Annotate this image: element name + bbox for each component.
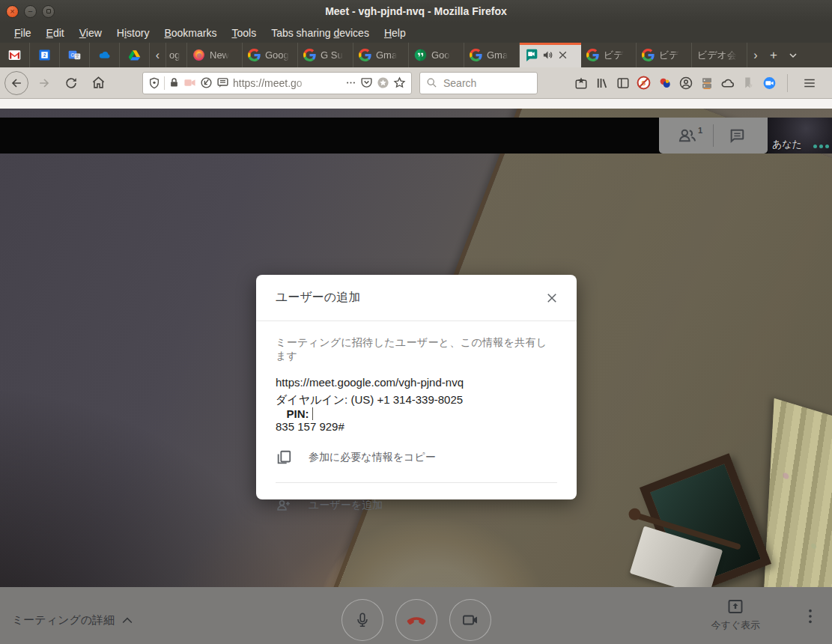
autoplay-blocked-icon[interactable] (200, 76, 213, 89)
window-close-button[interactable]: × (6, 5, 19, 18)
svg-text:2: 2 (43, 52, 46, 58)
google-icon (470, 49, 482, 61)
firefox-icon (192, 49, 205, 61)
tab-meet-active[interactable] (520, 43, 581, 67)
notification-permission-icon[interactable] (216, 76, 229, 89)
menu-history[interactable]: History (110, 25, 157, 41)
tab-gsuite[interactable]: G Su (298, 43, 353, 67)
menu-bookmarks[interactable]: Bookmarks (157, 25, 223, 41)
tab-scroll-right-button[interactable]: › (747, 43, 764, 67)
pinned-tab-drive[interactable] (120, 43, 150, 67)
list-all-tabs-button[interactable] (783, 43, 803, 67)
tab-hangouts[interactable]: Goo (409, 43, 464, 67)
search-bar[interactable] (419, 72, 538, 94)
tracking-protection-shield-icon[interactable] (148, 77, 160, 89)
tab-video-3[interactable]: ビデオ会 (692, 43, 747, 67)
lock-icon[interactable] (168, 77, 180, 88)
tab-google-1[interactable]: Goog (243, 43, 298, 67)
pinned-tab-calendar[interactable]: 2 (30, 43, 60, 67)
bookmark-badge-button[interactable] (574, 76, 588, 90)
camera-in-use-icon[interactable] (183, 76, 196, 89)
google-icon (303, 49, 316, 61)
onedrive-icon (98, 49, 111, 61)
server-extension-icon[interactable] (699, 76, 714, 90)
menu-tabs-sharing-devices[interactable]: Tabs sharing devices (264, 25, 376, 41)
new-tab-button[interactable]: + (764, 43, 783, 67)
account-extension-icon[interactable] (678, 76, 693, 90)
tab-video-1[interactable]: ビデ (581, 43, 637, 67)
self-view-more-icon[interactable] (813, 145, 829, 151)
home-button[interactable] (87, 72, 109, 94)
tab-video-2[interactable]: ビデ (637, 43, 692, 67)
tab-gmail-2[interactable]: Gma (464, 43, 520, 67)
hang-up-button[interactable] (395, 599, 437, 641)
dialog-close-button[interactable] (545, 291, 559, 305)
add-users-label: ユーザーを追加 (309, 499, 383, 512)
copy-joining-info-button[interactable]: 参加に必要な情報をコピー (276, 449, 557, 466)
disabled-bookmark-extension-icon[interactable] (741, 76, 756, 90)
dialog-share-info-text: ミーティングに招待したユーザーと、この情報を共有します (276, 336, 557, 363)
chat-icon (728, 127, 746, 144)
pinned-tab-onedrive[interactable] (90, 43, 120, 67)
google-icon (248, 49, 261, 61)
dialog-title: ユーザーの追加 (276, 290, 360, 306)
colorful-extension-icon[interactable] (658, 76, 672, 90)
tab-close-icon[interactable] (558, 50, 568, 60)
participants-button[interactable]: 1 (666, 127, 713, 144)
app-menu-button[interactable] (798, 72, 821, 94)
sidebar-button[interactable] (616, 76, 630, 90)
meeting-bottom-bar: ミーティングの詳細 今すぐ表示 (0, 587, 832, 644)
menu-help[interactable]: Help (377, 25, 413, 41)
participants-count-badge: 1 (698, 126, 702, 135)
pin-value: 835 157 929# (276, 420, 344, 433)
library-button[interactable] (595, 76, 609, 90)
cloud-extension-icon[interactable] (720, 76, 735, 90)
self-view-thumbnail[interactable]: あなた (768, 118, 832, 154)
translate-icon: G文 (68, 49, 81, 61)
noscript-extension-icon[interactable]: S (637, 76, 651, 90)
forward-button[interactable] (33, 72, 55, 94)
present-now-button[interactable]: 今すぐ表示 (711, 598, 760, 632)
firefox-window: × − Meet - vgh-pjnd-nvq - Mozilla Firefo… (0, 0, 832, 644)
more-options-button[interactable] (805, 608, 816, 628)
meeting-details-button[interactable]: ミーティングの詳細 (12, 613, 133, 628)
page-actions-icon[interactable] (345, 77, 356, 88)
search-input[interactable] (442, 76, 517, 90)
window-minimize-button[interactable]: − (24, 5, 37, 18)
menu-tools[interactable]: Tools (225, 25, 263, 41)
self-view-label: あなた (772, 138, 802, 151)
tab-new[interactable]: New (187, 43, 243, 67)
back-button[interactable] (4, 71, 28, 95)
reload-button[interactable] (60, 72, 82, 94)
bookmark-star-icon[interactable] (393, 76, 406, 89)
person-add-icon (276, 498, 292, 513)
menu-view[interactable]: View (73, 25, 109, 41)
camera-button[interactable] (449, 599, 491, 641)
url-text[interactable]: https://meet.go (233, 77, 314, 89)
close-icon (545, 291, 559, 305)
add-users-button[interactable]: ユーザーを追加 (276, 483, 557, 513)
pinned-tab-gmail[interactable] (0, 43, 30, 67)
search-icon (426, 77, 437, 88)
star-circle-icon[interactable] (377, 76, 389, 89)
pocket-icon[interactable] (360, 76, 373, 89)
pinned-tab-translate[interactable]: G文 (60, 43, 90, 67)
menu-file[interactable]: File (7, 25, 38, 41)
tab-overflow[interactable]: og (166, 43, 187, 67)
back-icon (9, 76, 24, 91)
window-maximize-button[interactable] (42, 5, 55, 18)
address-bar[interactable]: https://meet.go (142, 72, 412, 94)
microphone-button[interactable] (341, 599, 383, 641)
hang-up-icon (405, 609, 428, 631)
forward-icon (37, 76, 52, 91)
google-icon (586, 49, 599, 61)
meeting-details-label: ミーティングの詳細 (12, 613, 115, 628)
meet-page: 1 あなた ユーザーの追加 ミーテ (0, 100, 832, 644)
chat-button[interactable] (714, 127, 760, 144)
tab-gmail-1[interactable]: Gma (353, 43, 409, 67)
tab-audio-playing-icon[interactable] (542, 49, 553, 61)
window-title: Meet - vgh-pjnd-nvq - Mozilla Firefox (0, 5, 832, 17)
zoom-extension-icon[interactable] (762, 76, 777, 90)
menu-edit[interactable]: Edit (40, 25, 71, 41)
tab-scroll-left-button[interactable]: ‹ (150, 43, 166, 67)
